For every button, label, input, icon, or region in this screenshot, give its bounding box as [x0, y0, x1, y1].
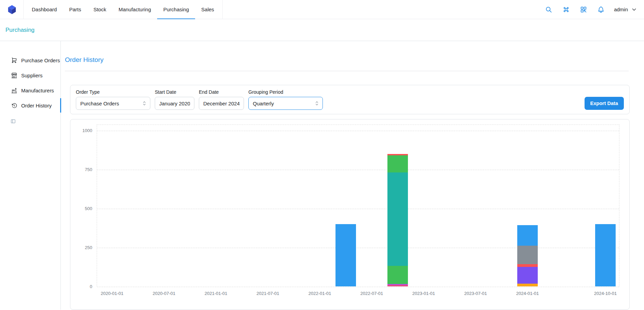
x-tick-label: 2021-01-01	[205, 291, 228, 296]
chevron-down-icon	[631, 7, 637, 13]
tab-parts[interactable]: Parts	[63, 0, 87, 19]
username: admin	[614, 7, 628, 12]
nav-tabs: DashboardPartsStockManufacturingPurchasi…	[23, 0, 223, 19]
field-grouping-period: Grouping Period	[248, 89, 323, 110]
tab-sales[interactable]: Sales	[195, 0, 220, 19]
sidebar-item-suppliers[interactable]: Suppliers	[0, 68, 60, 83]
y-tick-label: 250	[73, 245, 92, 250]
search-icon	[545, 6, 552, 13]
sidebar-item-order-history[interactable]: Order History	[0, 98, 60, 113]
barcode-scan-button[interactable]	[579, 5, 588, 14]
breadcrumb: Purchasing	[0, 19, 644, 41]
qrcode-icon	[580, 6, 587, 13]
grouping-period-select[interactable]	[248, 97, 323, 110]
history-icon	[11, 102, 17, 109]
breadcrumb-item-purchasing[interactable]: Purchasing	[5, 27, 35, 34]
gridline	[97, 287, 619, 287]
user-menu[interactable]: admin	[614, 7, 637, 13]
end-date-label: End Date	[199, 89, 244, 95]
page-title: Order History	[65, 56, 644, 64]
search-button[interactable]	[544, 5, 553, 14]
order-history-chart-plot: 025050075010002020-01-012020-07-012021-0…	[97, 125, 619, 286]
bar-segment[interactable]	[387, 172, 408, 266]
notifications-button[interactable]	[597, 5, 605, 14]
start-date-input[interactable]	[155, 97, 194, 110]
bar-segment[interactable]	[387, 284, 408, 285]
sidebar-items: Purchase OrdersSuppliersManufacturersOrd…	[0, 53, 60, 113]
bar-segment[interactable]	[335, 224, 356, 286]
x-tick-label: 2022-07-01	[360, 291, 383, 296]
start-date-label: Start Date	[155, 89, 194, 95]
nav-actions: admin	[544, 5, 637, 14]
bar-segment[interactable]	[387, 285, 408, 286]
y-tick-label: 1000	[73, 128, 92, 133]
sidebar-collapse-button[interactable]	[10, 118, 16, 124]
factory-icon	[11, 87, 17, 94]
order-type-label: Order Type	[76, 89, 150, 95]
bar-segment[interactable]	[517, 284, 538, 286]
bar-segment[interactable]	[387, 266, 408, 284]
sidebar-item-purchase-orders[interactable]: Purchase Orders	[0, 53, 60, 68]
sidebar-item-label: Order History	[21, 103, 52, 108]
storefront-icon	[11, 72, 17, 79]
field-order-type: Order Type	[76, 89, 150, 110]
export-data-button[interactable]: Export Data	[585, 97, 624, 110]
y-tick-label: 750	[73, 167, 92, 172]
filter-card: Order Type Start Date End Date	[70, 85, 630, 114]
gridline	[97, 170, 619, 170]
tab-stock[interactable]: Stock	[87, 0, 112, 19]
order-type-select[interactable]	[76, 97, 150, 110]
x-tick-label: 2020-07-01	[153, 291, 176, 296]
gridline	[97, 209, 619, 209]
end-date-input[interactable]	[199, 97, 244, 110]
tab-manufacturing[interactable]: Manufacturing	[112, 0, 157, 19]
command-icon	[562, 6, 570, 13]
main-panel: Order History Order Type Start Date	[61, 41, 644, 310]
top-nav: DashboardPartsStockManufacturingPurchasi…	[0, 0, 644, 19]
y-tick-label: 500	[73, 206, 92, 211]
x-tick-label: 2023-01-01	[412, 291, 435, 296]
grouping-period-label: Grouping Period	[248, 89, 323, 95]
y-tick-label: 0	[73, 284, 92, 289]
field-end-date: End Date	[199, 89, 244, 110]
x-tick-label: 2020-01-01	[101, 291, 124, 296]
bar-segment[interactable]	[387, 155, 408, 172]
gridline	[97, 131, 619, 131]
gridline	[97, 248, 619, 248]
bell-icon	[597, 6, 605, 13]
sidebar: Purchase OrdersSuppliersManufacturersOrd…	[0, 41, 61, 310]
bar-segment[interactable]	[517, 264, 538, 267]
app-logo-icon[interactable]	[7, 4, 17, 15]
x-tick-label: 2024-10-01	[594, 291, 617, 296]
layout-sidebar-icon	[10, 118, 16, 124]
chart-card: 025050075010002020-01-012020-07-012021-0…	[70, 119, 630, 310]
tab-purchasing[interactable]: Purchasing	[157, 0, 195, 19]
sidebar-item-label: Purchase Orders	[21, 57, 60, 63]
bar-segment[interactable]	[517, 267, 538, 284]
x-tick-label: 2024-01-01	[516, 291, 539, 296]
sidebar-item-manufacturers[interactable]: Manufacturers	[0, 83, 60, 98]
bar-segment[interactable]	[517, 225, 538, 246]
bar-segment[interactable]	[595, 224, 616, 286]
sidebar-item-label: Suppliers	[21, 73, 43, 78]
command-palette-button[interactable]	[562, 5, 571, 14]
title-divider	[65, 71, 629, 71]
bar-segment[interactable]	[387, 154, 408, 155]
shopping-cart-icon	[11, 57, 17, 64]
sidebar-item-label: Manufacturers	[21, 88, 54, 93]
bar-segment[interactable]	[517, 246, 538, 264]
tab-dashboard[interactable]: Dashboard	[26, 0, 63, 19]
x-tick-label: 2022-01-01	[309, 291, 331, 296]
x-tick-label: 2021-07-01	[257, 291, 279, 296]
x-tick-label: 2023-07-01	[464, 291, 487, 296]
field-start-date: Start Date	[155, 89, 194, 110]
